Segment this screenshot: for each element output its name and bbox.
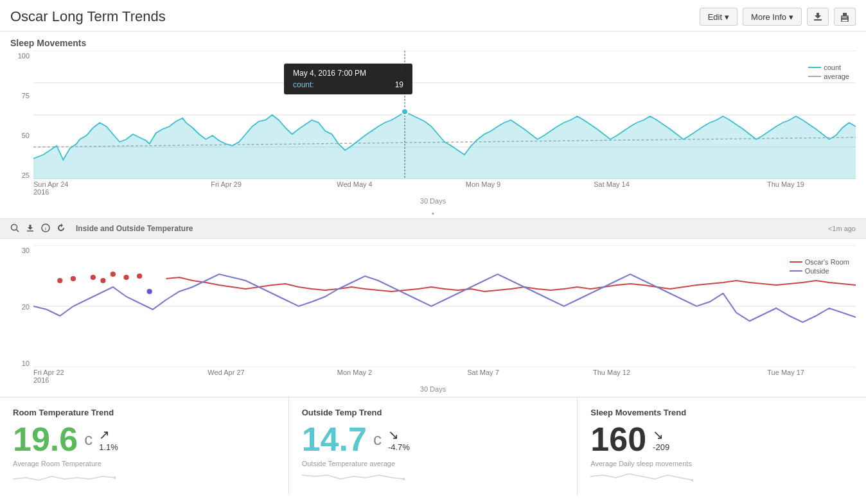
print-button[interactable] [834,8,856,26]
temp-chart-legend: Oscar's Room Outside [790,258,849,276]
outside-temp-value: 14.7 [302,422,367,456]
sleep-movements-arrow: ↘ [653,427,664,442]
download-button[interactable] [807,8,829,26]
refresh-toolbar-icon[interactable] [57,223,66,234]
sleep-movements-value-row: 160 ↘ -209 [590,422,853,456]
outside-temp-sparkline [302,470,565,485]
room-temp-value: 19.6 [13,422,78,456]
temp-chart-y-axis: 30 20 10 [10,245,33,367]
temp-chart-x-axis: Fri Apr 222016 Wed Apr 27 Mon May 2 Sat … [10,369,804,384]
room-temp-change-value: 1.1% [99,442,118,452]
outside-temp-change-value: -4.7% [388,442,410,452]
outside-temp-arrow: ↘ [388,427,399,442]
svg-rect-0 [814,19,822,21]
download-icon [813,12,823,22]
sleep-movements-card-title: Sleep Movements Trend [590,408,853,417]
toolbar-time: <1m ago [828,225,856,232]
svg-point-12 [12,224,17,230]
sleep-movements-value: 160 [590,422,646,456]
sleep-chart-section: Sleep Movements 100 75 50 25 [0,31,866,217]
svg-point-26 [137,274,142,279]
room-temp-subtitle: Average Room Temperature [13,460,276,467]
svg-point-11 [402,109,408,115]
edit-button[interactable]: Edit ▾ [700,8,738,26]
page-title: Oscar Long Term Trends [10,8,166,25]
outside-temp-unit: c [373,430,382,449]
svg-point-25 [123,275,128,280]
sleep-chart-x-label: 30 Days [10,197,856,205]
sleep-movements-change: ↘ -209 [653,427,669,452]
outside-temp-card-title: Outside Temp Trend [302,408,565,417]
temp-chart-x-label: 30 Days [10,385,856,393]
temp-chart-svg [33,245,856,367]
outside-temp-value-row: 14.7 c ↘ -4.7% [302,422,565,456]
outside-temp-subtitle: Outside Temperature average [302,460,565,467]
svg-point-21 [71,276,76,281]
svg-point-23 [100,278,105,283]
average-legend-line [808,76,821,77]
room-temp-card-title: Room Temperature Trend [13,408,276,417]
count-legend-label: count [824,64,841,71]
sleep-chart-title: Sleep Movements [10,38,856,48]
sleep-chart-legend: count average [808,64,849,82]
more-info-button[interactable]: More Info ▾ [743,8,802,26]
room-temp-arrow: ↗ [99,427,110,442]
sleep-chart-x-axis: Sun Apr 242016 Fri Apr 29 Wed May 4 Mon … [10,180,804,196]
room-temp-change: ↗ 1.1% [99,427,118,452]
room-temp-unit: c [84,430,93,449]
svg-point-22 [91,275,96,280]
toolbar-icons: i Inside and Outside Temperature [10,223,193,234]
sleep-chart-y-axis: 100 75 50 25 [10,51,33,179]
outside-temp-change: ↘ -4.7% [388,427,410,452]
svg-marker-30 [690,478,693,482]
room-temp-sparkline [13,470,276,485]
svg-rect-14 [27,230,33,232]
sleep-movements-card: Sleep Movements Trend 160 ↘ -209 Average… [578,397,866,495]
room-legend-label: Oscar's Room [805,258,849,266]
svg-point-4 [847,17,848,18]
sleep-movements-subtitle: Average Daily sleep movements [590,460,853,467]
header-actions: Edit ▾ More Info ▾ [700,8,856,26]
sleep-chart-svg [33,51,856,179]
svg-point-24 [110,272,116,277]
search-toolbar-icon[interactable] [10,223,19,234]
average-legend-label: average [824,73,849,80]
print-icon [840,12,850,22]
svg-text:i: i [45,226,46,232]
svg-marker-29 [402,477,405,481]
room-legend-line [790,261,802,263]
svg-point-20 [57,278,62,283]
outside-temp-card: Outside Temp Trend 14.7 c ↘ -4.7% Outsid… [289,397,578,495]
outside-legend-label: Outside [805,267,829,275]
svg-point-27 [147,289,152,294]
page-header: Oscar Long Term Trends Edit ▾ More Info … [0,0,866,31]
bottom-cards: Room Temperature Trend 19.6 c ↗ 1.1% Ave… [0,397,866,495]
sleep-movements-sparkline [590,470,853,485]
svg-line-13 [17,229,19,232]
count-legend-line [808,67,821,68]
chart-toolbar: i Inside and Outside Temperature <1m ago [0,218,866,239]
room-temp-card: Room Temperature Trend 19.6 c ↗ 1.1% Ave… [0,397,289,495]
download-toolbar-icon[interactable] [26,223,35,234]
svg-marker-28 [112,476,116,480]
info-toolbar-icon[interactable]: i [41,223,50,234]
svg-rect-1 [842,18,848,22]
sleep-movements-change-value: -209 [653,442,669,452]
temp-chart-section: 30 20 10 [0,239,866,393]
outside-legend-line [790,270,802,272]
temp-chart-title: Inside and Outside Temperature [76,224,193,233]
room-temp-value-row: 19.6 c ↗ 1.1% [13,422,276,456]
